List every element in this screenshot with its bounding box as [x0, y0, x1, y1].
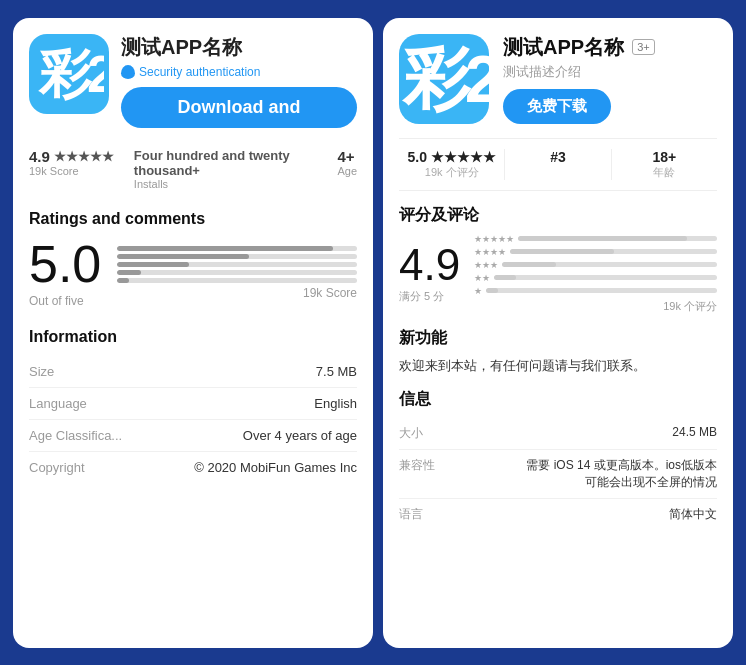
- big-rating-left: 5.0 Out of five: [29, 238, 101, 308]
- rating-bars-left: 19k Score: [117, 246, 357, 300]
- rating-main: 4.9 ★★★★★: [29, 148, 114, 165]
- age-label: Age: [337, 165, 357, 177]
- stat-col-rating: 5.0 ★★★★★ 19k 个评分: [399, 149, 505, 180]
- stat-age: 18+: [652, 149, 676, 165]
- stars-left: ★★★★★: [54, 149, 114, 164]
- right-info-row-compat: 兼容性 需要 iOS 14 或更高版本。ios低版本可能会出现不全屏的情况: [399, 450, 717, 499]
- age-main: 4+: [337, 148, 357, 165]
- age-stat: 4+ Age: [337, 148, 357, 177]
- installs-label: Installs: [134, 178, 318, 190]
- info-row-copy: Copyright © 2020 MobiFun Games Inc: [29, 452, 357, 483]
- stats-row-right: 5.0 ★★★★★ 19k 个评分 #3 18+ 年龄: [399, 138, 717, 191]
- info-section-left: Information Size 7.5 MB Language English…: [29, 328, 357, 483]
- score-label-right: 19k 个评分: [474, 299, 717, 314]
- info-title-left: Information: [29, 328, 357, 346]
- app-name-left: 测试APP名称: [121, 34, 357, 61]
- stat-sub-age: 年龄: [653, 165, 675, 180]
- right-info-key-compat: 兼容性: [399, 457, 439, 474]
- new-features-text: 欢迎来到本站，有任何问题请与我们联系。: [399, 357, 717, 375]
- bar-row-3: [117, 262, 357, 267]
- score-label-left: 19k Score: [29, 165, 114, 177]
- app-header-right: 彩23 测试APP名称 3+ 测试描述介绍 免费下载: [399, 34, 717, 124]
- info-val-age: Over 4 years of age: [243, 428, 357, 443]
- app-icon-right: 彩23: [399, 34, 489, 124]
- stat-col-rank: #3: [505, 149, 611, 180]
- left-panel: 彩23 测试APP名称 Security authentication Down…: [13, 18, 373, 648]
- stat-main-rank: #3: [550, 149, 566, 165]
- new-features-title: 新功能: [399, 328, 717, 349]
- app-info-right: 测试APP名称 3+ 测试描述介绍 免费下载: [503, 34, 717, 124]
- bar-row-1: [117, 278, 357, 283]
- right-info-val-size: 24.5 MB: [672, 425, 717, 439]
- stat-main-rating: 5.0 ★★★★★: [407, 149, 495, 165]
- app-desc-right: 测试描述介绍: [503, 63, 717, 81]
- right-info-row-lang: 语言 简体中文: [399, 499, 717, 530]
- security-label: Security authentication: [139, 65, 260, 79]
- info-key-size: Size: [29, 364, 54, 379]
- svg-text:彩23: 彩23: [38, 45, 104, 103]
- ratings-section-left: Ratings and comments 5.0 Out of five: [29, 210, 357, 308]
- stats-row-left: 4.9 ★★★★★ 19k Score Four hundred and twe…: [29, 144, 357, 190]
- bar-row-2: [117, 270, 357, 275]
- rating-bars-right: ★★★★★ ★★★★ ★★★ ★★: [474, 234, 717, 314]
- rating-value: 4.9: [29, 148, 50, 165]
- right-bar-row-2: ★★: [474, 273, 717, 283]
- right-info-val-lang: 简体中文: [669, 506, 717, 523]
- info-title-right: 信息: [399, 389, 717, 410]
- app-name-right: 测试APP名称: [503, 34, 624, 61]
- right-bar-row-4: ★★★★: [474, 247, 717, 257]
- right-info-key-size: 大小: [399, 425, 439, 442]
- info-val-copy: © 2020 MobiFun Games Inc: [194, 460, 357, 475]
- ratings-section-right: 评分及评论 4.9 满分 5 分 ★★★★★ ★★★★ ★: [399, 205, 717, 314]
- stat-main-age: 18+: [652, 149, 676, 165]
- right-info-val-compat: 需要 iOS 14 或更高版本。ios低版本可能会出现不全屏的情况: [517, 457, 717, 491]
- big-rating-right: 4.9 满分 5 分: [399, 243, 460, 304]
- info-val-size: 7.5 MB: [316, 364, 357, 379]
- app-info-left: 测试APP名称 Security authentication Download…: [121, 34, 357, 128]
- score-right-left: 19k Score: [117, 286, 357, 300]
- info-key-copy: Copyright: [29, 460, 85, 475]
- stat-sub-rating: 19k 个评分: [425, 165, 479, 180]
- new-features-section: 新功能 欢迎来到本站，有任何问题请与我们联系。: [399, 328, 717, 375]
- right-info-key-lang: 语言: [399, 506, 439, 523]
- installs-main: Four hundred and twenty thousand+: [134, 148, 318, 178]
- right-bar-row-3: ★★★: [474, 260, 717, 270]
- right-panel: 彩23 测试APP名称 3+ 测试描述介绍 免费下载 5.0 ★★★★★ 19k…: [383, 18, 733, 648]
- info-row-lang: Language English: [29, 388, 357, 420]
- info-row-age: Age Classifica... Over 4 years of age: [29, 420, 357, 452]
- main-container: 彩23 测试APP名称 Security authentication Down…: [3, 8, 743, 658]
- app-header: 彩23 测试APP名称 Security authentication Down…: [29, 34, 357, 128]
- info-key-age: Age Classifica...: [29, 428, 122, 443]
- svg-text:彩23: 彩23: [401, 41, 489, 116]
- installs-value: Four hundred and twenty thousand+: [134, 148, 318, 178]
- stat-score: 5.0 ★★★★★: [407, 149, 495, 165]
- bar-row-5: [117, 246, 357, 251]
- rating-display-left: 5.0 Out of five: [29, 238, 357, 308]
- info-key-lang: Language: [29, 396, 87, 411]
- stat-col-age: 18+ 年龄: [612, 149, 717, 180]
- download-button-left[interactable]: Download and: [121, 87, 357, 128]
- free-download-button[interactable]: 免费下载: [503, 89, 611, 124]
- rating-display-right: 4.9 满分 5 分 ★★★★★ ★★★★ ★★★: [399, 234, 717, 314]
- installs-stat: Four hundred and twenty thousand+ Instal…: [134, 148, 318, 190]
- info-val-lang: English: [314, 396, 357, 411]
- age-badge-right: 3+: [632, 39, 655, 55]
- rating-stat: 4.9 ★★★★★ 19k Score: [29, 148, 114, 177]
- ratings-title-left: Ratings and comments: [29, 210, 357, 228]
- info-row-size: Size 7.5 MB: [29, 356, 357, 388]
- stat-rank: #3: [550, 149, 566, 165]
- right-bar-row-1: ★: [474, 286, 717, 296]
- right-bar-row-5: ★★★★★: [474, 234, 717, 244]
- app-name-row-right: 测试APP名称 3+: [503, 34, 717, 61]
- right-info-row-size: 大小 24.5 MB: [399, 418, 717, 450]
- app-icon-left: 彩23: [29, 34, 109, 114]
- shield-icon: [121, 65, 135, 79]
- bar-row-4: [117, 254, 357, 259]
- info-section-right: 信息 大小 24.5 MB 兼容性 需要 iOS 14 或更高版本。ios低版本…: [399, 389, 717, 530]
- ratings-title-right: 评分及评论: [399, 205, 717, 226]
- security-badge: Security authentication: [121, 65, 357, 79]
